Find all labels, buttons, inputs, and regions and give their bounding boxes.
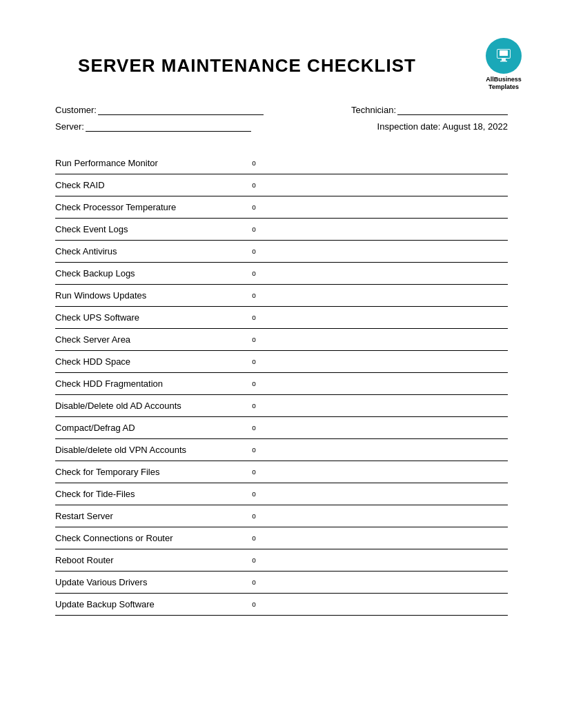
checklist-item: Run Performance Monitoro — [55, 152, 508, 174]
checklist-item-label: Disable/delete old VPN Accounts — [55, 445, 248, 455]
checklist-item-label: Check UPS Software — [55, 312, 248, 323]
checklist-item-label: Update Backup Software — [55, 599, 248, 609]
technician-input[interactable] — [397, 104, 508, 115]
page-title: SERVER MAINTENANCE CHECKLIST — [55, 55, 439, 77]
checklist-item-label: Run Performance Monitor — [55, 158, 248, 168]
checklist-item-label: Reboot Router — [55, 555, 248, 565]
checklist-dot[interactable]: o — [248, 424, 259, 432]
checklist-dot[interactable]: o — [248, 336, 259, 343]
checklist-dot[interactable]: o — [248, 159, 259, 167]
checklist-section: Run Performance MonitoroCheck RAIDoCheck… — [55, 152, 508, 616]
checklist-item: Reboot Routero — [55, 549, 508, 572]
checklist-item: Check HDD Fragmentationo — [55, 373, 508, 395]
customer-label: Customer: — [55, 105, 97, 115]
logo-area: AllBusiness Templates — [486, 38, 522, 91]
server-field: Server: — [55, 121, 251, 132]
server-label: Server: — [55, 121, 84, 132]
checklist-dot[interactable]: o — [248, 468, 259, 476]
checklist-item: Disable/Delete old AD Accountso — [55, 395, 508, 417]
inspection-label: Inspection date: — [377, 121, 441, 132]
technician-label: Technician: — [351, 105, 396, 115]
checklist-dot[interactable]: o — [248, 247, 259, 255]
checklist-item-label: Check for Temporary Files — [55, 467, 248, 477]
fields-section: Customer: Technician: Server: Inspection… — [55, 104, 508, 132]
checklist-dot[interactable]: o — [248, 512, 259, 520]
checklist-item: Compact/Defrag ADo — [55, 417, 508, 439]
checklist-item: Check Connections or Routero — [55, 527, 508, 549]
checklist-item-label: Check Event Logs — [55, 224, 248, 234]
checklist-item-label: Check Server Area — [55, 334, 248, 345]
checklist-item-label: Check Connections or Router — [55, 533, 248, 543]
customer-field: Customer: — [55, 104, 264, 115]
checklist-dot[interactable]: o — [248, 600, 259, 608]
checklist-dot[interactable]: o — [248, 203, 259, 211]
inspection-date-value: August 18, 2022 — [442, 121, 508, 132]
checklist-item-label: Restart Server — [55, 511, 248, 521]
checklist-dot[interactable]: o — [248, 490, 259, 498]
inspection-date: Inspection date: August 18, 2022 — [377, 121, 508, 132]
svg-rect-4 — [500, 61, 507, 62]
checklist-item: Check Server Areao — [55, 329, 508, 351]
customer-input[interactable] — [98, 104, 264, 115]
technician-field: Technician: — [351, 104, 508, 115]
checklist-item: Restart Servero — [55, 505, 508, 527]
checklist-dot[interactable]: o — [248, 270, 259, 277]
checklist-item: Check for Temporary Fileso — [55, 461, 508, 483]
checklist-dot[interactable]: o — [248, 181, 259, 189]
checklist-item: Check RAIDo — [55, 174, 508, 196]
checklist-dot[interactable]: o — [248, 225, 259, 233]
checklist-item-label: Update Various Drivers — [55, 577, 248, 587]
fields-row-1: Customer: Technician: — [55, 104, 508, 115]
checklist-item: Run Windows Updateso — [55, 285, 508, 307]
checklist-dot[interactable]: o — [248, 402, 259, 410]
checklist-item: Update Backup Softwareo — [55, 594, 508, 616]
checklist-item-label: Check HDD Fragmentation — [55, 378, 248, 389]
checklist-item: Update Various Driverso — [55, 572, 508, 594]
checklist-item: Check for Tide-Fileso — [55, 483, 508, 505]
checklist-item: Disable/delete old VPN Accountso — [55, 439, 508, 461]
svg-rect-3 — [502, 59, 506, 61]
checklist-item: Check UPS Softwareo — [55, 307, 508, 329]
logo-text: AllBusiness Templates — [486, 76, 522, 91]
checklist-dot[interactable]: o — [248, 534, 259, 542]
server-input[interactable] — [86, 121, 251, 132]
checklist-dot[interactable]: o — [248, 556, 259, 564]
checklist-dot[interactable]: o — [248, 380, 259, 387]
checklist-item-label: Check Processor Temperature — [55, 202, 248, 212]
title-area: SERVER MAINTENANCE CHECKLIST — [55, 55, 508, 77]
checklist-item: Check Antiviruso — [55, 241, 508, 263]
checklist-item-label: Compact/Defrag AD — [55, 423, 248, 433]
checklist-dot[interactable]: o — [248, 292, 259, 299]
logo-icon — [486, 38, 522, 74]
checklist-item-label: Check Backup Logs — [55, 268, 248, 279]
checklist-item-label: Run Windows Updates — [55, 290, 248, 301]
checklist-item-label: Check for Tide-Files — [55, 489, 248, 499]
fields-row-2: Server: Inspection date: August 18, 2022 — [55, 121, 508, 132]
svg-rect-2 — [500, 50, 508, 56]
checklist-dot[interactable]: o — [248, 358, 259, 365]
checklist-dot[interactable]: o — [248, 446, 259, 454]
checklist-item-label: Check Antivirus — [55, 246, 248, 256]
checklist-item: Check Processor Temperatureo — [55, 196, 508, 219]
checklist-item-label: Disable/Delete old AD Accounts — [55, 401, 248, 411]
checklist-item-label: Check RAID — [55, 180, 248, 190]
checklist-item: Check Backup Logso — [55, 263, 508, 285]
checklist-item-label: Check HDD Space — [55, 356, 248, 367]
checklist-dot[interactable]: o — [248, 314, 259, 321]
checklist-item: Check Event Logso — [55, 219, 508, 241]
checklist-item: Check HDD Spaceo — [55, 351, 508, 373]
checklist-dot[interactable]: o — [248, 578, 259, 586]
